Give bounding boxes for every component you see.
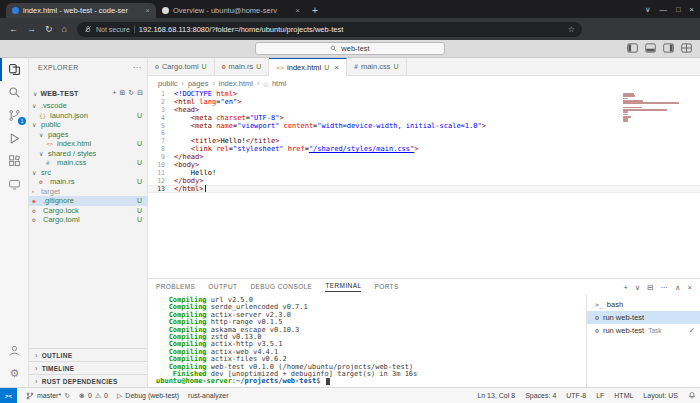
gear-icon: ⚙ (595, 314, 599, 322)
branch-item[interactable]: master* ↻ (26, 392, 70, 400)
panel-tab-ports[interactable]: PORTS (374, 283, 398, 292)
tree-item-public[interactable]: ∨public (29, 120, 147, 130)
maximize-panel-icon[interactable]: ∧ (675, 283, 681, 292)
section-timeline[interactable]: ›TIMELINE (29, 361, 147, 374)
code-line: 2<html lang="en"> (148, 98, 700, 106)
account-icon[interactable] (0, 339, 29, 362)
terminal-profile-chevron-icon[interactable]: ∨ (635, 283, 641, 292)
code-editor[interactable]: 1<!DOCTYPE html>2<html lang="en">3<head>… (148, 90, 700, 278)
editor-tab-main-css[interactable]: #main.cssU (347, 58, 407, 75)
minimap-line (623, 102, 679, 104)
tab-close-icon[interactable]: × (334, 63, 339, 72)
terminal-tab-bash[interactable]: >_bash (587, 298, 700, 311)
line-number: 3 (148, 106, 174, 114)
split-terminal-icon[interactable]: ⊟ (647, 283, 653, 292)
panel-more-icon[interactable]: ⋯ (661, 283, 669, 292)
remote-indicator[interactable]: >< (0, 388, 17, 403)
explorer-more-icon[interactable]: ⋯ (133, 63, 141, 72)
editor-tab-index-html[interactable]: <>index.htmlU× (269, 58, 347, 76)
forward-icon[interactable]: → (27, 24, 36, 34)
browser-tab-index-html-web-test-code-ser[interactable]: index.html - web-test - code-ser× (6, 3, 156, 18)
tree-item-pages[interactable]: ∨pages (29, 130, 147, 140)
tree-item-index-html[interactable]: <>index.htmlU (29, 139, 147, 149)
breadcrumb-item-html[interactable]: html (272, 79, 286, 88)
search-activity-icon[interactable] (0, 81, 29, 104)
reload-icon[interactable]: ↻ (45, 24, 53, 34)
breadcrumb-item-index-html[interactable]: index.html (219, 79, 253, 88)
status-lf[interactable]: LF (596, 392, 604, 399)
home-icon[interactable]: ⌂ (62, 24, 67, 34)
tree-item-main-rs[interactable]: ⚙main.rsU (29, 177, 147, 187)
workspace-section-header[interactable]: ∨ WEB-TEST + ⊞ ↻ ⊟ (29, 87, 147, 99)
panel-tab-problems[interactable]: PROBLEMS (156, 283, 195, 292)
tree-item-cargo-lock[interactable]: ⚙Cargo.lockU (29, 206, 147, 216)
minimap[interactable] (620, 90, 700, 278)
git-status-badge: U (324, 64, 329, 71)
collapse-folders-icon[interactable]: ⊟ (137, 89, 143, 97)
back-icon[interactable]: ← (9, 24, 18, 34)
status-ln-13-col-8[interactable]: Ln 13, Col 8 (477, 392, 515, 399)
minimize-button[interactable]: — (660, 5, 668, 14)
settings-gear-icon[interactable]: ⚙ (0, 362, 29, 385)
tree-item-target[interactable]: ›target (29, 187, 147, 197)
debug-item[interactable]: ▷ Debug (web-test) (117, 392, 179, 400)
tree-item-main-css[interactable]: #main.cssU (29, 158, 147, 168)
tree-item-launch-json[interactable]: {}launch.jsonU (29, 111, 147, 121)
line-number: 12 (148, 177, 174, 185)
explorer-activity-icon[interactable] (0, 58, 29, 81)
chevron-right-icon: › (35, 352, 38, 359)
terminal-output[interactable]: Compiling url v2.5.0 Compiling serde_url… (148, 295, 586, 387)
tree-item-shared-styles[interactable]: ∨shared / styles (29, 149, 147, 159)
new-folder-icon[interactable]: ⊞ (119, 89, 125, 97)
warning-count: 0 (104, 392, 108, 399)
browser-tab-overview-ubuntu-home-serv[interactable]: Overview - ubuntu@home-serv× (156, 3, 306, 18)
tab-close-icon[interactable]: × (145, 6, 150, 15)
toggle-sidebar-icon[interactable] (627, 43, 638, 53)
section-outline[interactable]: ›OUTLINE (29, 348, 147, 361)
close-panel-icon[interactable]: × (688, 283, 692, 292)
remote-explorer-activity-icon[interactable] (0, 173, 29, 196)
problems-item[interactable]: ⊗ 0 ⚠ 0 (79, 392, 108, 400)
source-control-activity-icon[interactable]: 1 (0, 104, 29, 127)
tab-list-icon[interactable]: ∨ (645, 5, 651, 14)
breadcrumb-item-public[interactable]: public (158, 79, 178, 88)
section-rust-dependencies[interactable]: ›RUST DEPENDENCIES (29, 374, 147, 387)
status-utf-8[interactable]: UTF-8 (566, 392, 586, 399)
new-terminal-icon[interactable]: + (623, 283, 627, 292)
run-debug-activity-icon[interactable] (0, 127, 29, 150)
terminal-tab-run-web-test[interactable]: ⚙run web-testTask✓ (587, 324, 700, 337)
section-label: TIMELINE (42, 365, 75, 372)
favorite-star-icon[interactable]: ☆ (568, 25, 575, 34)
panel-tab-terminal[interactable]: TERMINAL (325, 282, 361, 292)
sync-icon[interactable]: ↻ (64, 392, 70, 400)
panel-tab-output[interactable]: OUTPUT (208, 283, 237, 292)
breadcrumb-item-pages[interactable]: pages (188, 79, 208, 88)
customize-layout-icon[interactable] (681, 43, 692, 53)
new-tab-button[interactable]: + (312, 5, 318, 16)
terminal-tab-run-web-test[interactable]: ⚙run web-test (587, 311, 700, 324)
panel-tab-debug-console[interactable]: DEBUG CONSOLE (250, 283, 312, 292)
address-bar[interactable]: Not secure 192.168.68.113:8080/?folder=/… (77, 22, 582, 37)
editor-tab-cargo-toml[interactable]: ⚙Cargo.tomlU (148, 58, 215, 75)
status-spaces-4[interactable]: Spaces: 4 (525, 392, 556, 399)
tree-item-gitignore[interactable]: ◆.gitignoreU (29, 196, 147, 206)
new-file-icon[interactable]: + (112, 89, 116, 97)
command-center-search[interactable]: web-test (255, 42, 445, 55)
tree-item-src[interactable]: ∨src (29, 168, 147, 178)
tab-close-icon[interactable]: × (295, 6, 300, 15)
extensions-activity-icon[interactable] (0, 150, 29, 173)
tree-item-vscode[interactable]: ∨.vscode (29, 101, 147, 111)
status-html[interactable]: HTML (614, 392, 633, 399)
status-layout-us[interactable]: Layout: US (643, 392, 678, 399)
toggle-panel-icon[interactable] (645, 43, 656, 53)
address-url[interactable]: 192.168.68.113:8080/?folder=/home/ubuntu… (139, 25, 564, 34)
tree-item-cargo-toml[interactable]: ⚙Cargo.tomlU (29, 215, 147, 225)
close-window-button[interactable]: × (690, 5, 694, 14)
editor-tab-main-rs[interactable]: ⚙main.rsU (215, 58, 270, 75)
toggle-secondary-sidebar-icon[interactable] (663, 43, 674, 53)
refresh-explorer-icon[interactable]: ↻ (128, 89, 134, 97)
notifications-item[interactable] (688, 391, 696, 400)
rust-analyzer-item[interactable]: rust-analyzer (188, 392, 228, 399)
maximize-button[interactable]: □ (676, 5, 681, 14)
code-line: 8 <link rel="stylesheet" href="/shared/s… (148, 145, 700, 153)
